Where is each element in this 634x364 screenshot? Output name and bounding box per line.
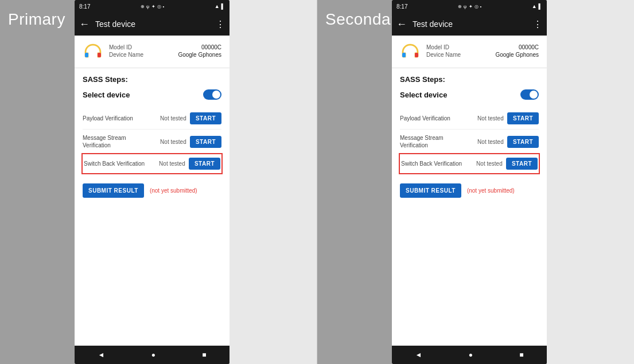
secondary-select-device-toggle[interactable] xyxy=(520,89,539,100)
secondary-device-logo xyxy=(400,41,421,62)
primary-back-button[interactable]: ← xyxy=(79,18,90,30)
primary-nav-back[interactable]: ◄ xyxy=(98,351,105,359)
secondary-status-bar: 8:17 ⊕ ψ ✦ ◎ • ▲ ▌ xyxy=(392,0,547,13)
primary-app-bar-title: Test device xyxy=(95,19,216,29)
secondary-device-info: Model ID 00000C Device Name Google Gphon… xyxy=(426,44,539,59)
primary-device-logo xyxy=(83,41,103,62)
secondary-nav-home[interactable]: ● xyxy=(469,351,473,359)
secondary-test-rows: Payload Verification Not tested START Me… xyxy=(400,108,539,173)
primary-nav-home[interactable]: ● xyxy=(151,351,155,359)
secondary-signal-battery: ▲ ▌ xyxy=(532,3,542,9)
secondary-panel: Secondary 8:17 ⊕ ψ ✦ ◎ • ▲ ▌ ← xyxy=(317,0,634,364)
secondary-device-card: Model ID 00000C Device Name Google Gphon… xyxy=(392,36,547,68)
secondary-submit-button[interactable]: SUBMIT RESULT xyxy=(400,183,461,198)
secondary-device-name-row: Device Name Google Gphones xyxy=(426,52,539,58)
primary-phone: 8:17 ⊕ ψ ✦ ◎ • ▲ ▌ ← Test device ⋮ xyxy=(75,0,230,364)
primary-model-id-row: Model ID 00000C xyxy=(109,44,221,50)
secondary-status-icons: ⊕ ψ ✦ ◎ • xyxy=(458,4,482,9)
primary-message-stream-name: Message StreamVerification xyxy=(83,134,157,149)
secondary-device-name-label: Device Name xyxy=(426,52,461,58)
secondary-device-name-value: Google Gphones xyxy=(495,52,539,58)
primary-device-name-label: Device Name xyxy=(109,52,143,58)
primary-not-submitted: (not yet submitted) xyxy=(150,187,197,194)
primary-status-bar: 8:17 ⊕ ψ ✦ ◎ • ▲ ▌ xyxy=(75,0,230,13)
primary-gray-area xyxy=(230,0,317,364)
secondary-select-device-row: Select device xyxy=(400,89,539,100)
primary-switch-back-row: Switch Back Verification Not tested STAR… xyxy=(81,153,223,174)
secondary-payload-name: Payload Verification xyxy=(400,115,474,122)
secondary-message-stream-status: Not tested xyxy=(474,139,507,145)
primary-select-device-row: Select device xyxy=(83,89,221,100)
secondary-switch-back-row: Switch Back Verification Not tested STAR… xyxy=(399,153,540,174)
secondary-submit-section: SUBMIT RESULT (not yet submitted) xyxy=(400,183,539,198)
secondary-sass-title: SASS Steps: xyxy=(400,75,539,84)
primary-label: Primary xyxy=(0,0,75,364)
secondary-phone-container: 8:17 ⊕ ψ ✦ ◎ • ▲ ▌ ← Test device ⋮ xyxy=(392,0,634,364)
secondary-model-id-value: 00000C xyxy=(519,44,539,50)
secondary-time: 8:17 xyxy=(396,3,407,10)
svg-rect-2 xyxy=(402,53,406,57)
primary-device-name-value: Google Gphones xyxy=(178,52,221,58)
secondary-switch-back-status: Not tested xyxy=(473,161,506,167)
secondary-gray-area xyxy=(547,0,634,364)
primary-payload-name: Payload Verification xyxy=(83,115,157,122)
primary-model-id-value: 00000C xyxy=(201,44,221,50)
primary-test-rows: Payload Verification Not tested START Me… xyxy=(83,108,221,173)
secondary-app-bar: ← Test device ⋮ xyxy=(392,13,547,36)
svg-rect-0 xyxy=(85,53,88,57)
primary-switch-back-name: Switch Back Verification xyxy=(84,160,155,167)
secondary-nav-bar: ◄ ● ■ xyxy=(392,346,547,364)
primary-submit-section: SUBMIT RESULT (not yet submitted) xyxy=(83,183,221,198)
primary-switch-back-status: Not tested xyxy=(155,161,189,167)
secondary-nav-back[interactable]: ◄ xyxy=(415,351,422,359)
secondary-payload-status: Not tested xyxy=(474,115,507,122)
primary-payload-start[interactable]: START xyxy=(190,112,221,124)
primary-status-icons: ⊕ ψ ✦ ◎ • xyxy=(141,4,165,9)
primary-submit-button[interactable]: SUBMIT RESULT xyxy=(83,183,144,198)
primary-wifi-icon: ▲ xyxy=(215,3,220,9)
primary-select-device-label: Select device xyxy=(83,91,130,99)
secondary-label: Secondary xyxy=(317,0,392,364)
secondary-app-bar-title: Test device xyxy=(413,19,533,29)
secondary-select-device-label: Select device xyxy=(400,91,447,99)
primary-content: SASS Steps: Select device Payload Verifi… xyxy=(75,68,230,346)
primary-battery-icon: ▌ xyxy=(221,3,225,9)
primary-payload-status: Not tested xyxy=(157,115,190,122)
secondary-nav-recent[interactable]: ■ xyxy=(519,351,523,359)
secondary-switch-back-name: Switch Back Verification xyxy=(401,160,473,167)
primary-sass-title: SASS Steps: xyxy=(83,75,221,84)
secondary-message-stream-row: Message StreamVerification Not tested ST… xyxy=(400,130,539,154)
primary-time: 8:17 xyxy=(79,3,90,10)
primary-model-id-label: Model ID xyxy=(109,44,132,50)
primary-more-button[interactable]: ⋮ xyxy=(216,19,225,30)
svg-rect-1 xyxy=(98,53,101,57)
secondary-content: SASS Steps: Select device Payload Verifi… xyxy=(392,68,547,346)
primary-panel: Primary 8:17 ⊕ ψ ✦ ◎ • ▲ ▌ ← xyxy=(0,0,317,364)
primary-message-stream-row: Message StreamVerification Not tested ST… xyxy=(83,130,221,154)
primary-phone-container: 8:17 ⊕ ψ ✦ ◎ • ▲ ▌ ← Test device ⋮ xyxy=(75,0,317,364)
secondary-model-id-row: Model ID 00000C xyxy=(426,44,539,50)
secondary-model-id-label: Model ID xyxy=(426,44,449,50)
primary-signal-battery: ▲ ▌ xyxy=(215,3,225,9)
secondary-payload-row: Payload Verification Not tested START xyxy=(400,108,539,130)
secondary-message-stream-name: Message StreamVerification xyxy=(400,134,474,149)
secondary-phone: 8:17 ⊕ ψ ✦ ◎ • ▲ ▌ ← Test device ⋮ xyxy=(392,0,547,364)
primary-message-stream-status: Not tested xyxy=(157,139,190,145)
primary-nav-recent[interactable]: ■ xyxy=(202,351,206,359)
primary-nav-bar: ◄ ● ■ xyxy=(75,346,230,364)
primary-device-name-row: Device Name Google Gphones xyxy=(109,52,221,58)
secondary-battery-icon: ▌ xyxy=(539,3,542,9)
secondary-payload-start[interactable]: START xyxy=(507,112,539,124)
primary-message-stream-start[interactable]: START xyxy=(190,136,221,148)
svg-rect-3 xyxy=(415,53,418,57)
secondary-switch-back-start[interactable]: START xyxy=(506,158,538,170)
secondary-wifi-icon: ▲ xyxy=(532,3,537,9)
secondary-not-submitted: (not yet submitted) xyxy=(467,187,515,194)
primary-device-card: Model ID 00000C Device Name Google Gphon… xyxy=(75,36,230,68)
primary-select-device-toggle[interactable] xyxy=(203,89,221,100)
primary-switch-back-start[interactable]: START xyxy=(189,158,220,170)
secondary-more-button[interactable]: ⋮ xyxy=(533,19,542,30)
secondary-back-button[interactable]: ← xyxy=(396,18,407,30)
primary-app-bar: ← Test device ⋮ xyxy=(75,13,230,36)
secondary-message-stream-start[interactable]: START xyxy=(507,136,539,148)
